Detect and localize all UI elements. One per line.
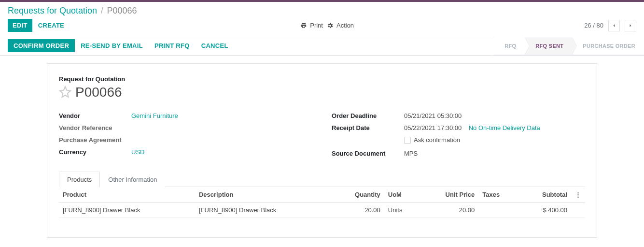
- currency-label: Currency: [59, 148, 131, 156]
- order-deadline-label: Order Deadline: [332, 112, 404, 119]
- confirm-order-button[interactable]: CONFIRM ORDER: [8, 39, 75, 52]
- cell-unit-price: 20.00: [420, 202, 479, 218]
- cell-subtotal: $ 400.00: [518, 202, 571, 218]
- col-product[interactable]: Product: [59, 187, 195, 203]
- sheet-subtitle: Request for Quotation: [59, 75, 585, 83]
- purchase-agreement-label: Purchase Agreement: [59, 136, 131, 144]
- sheet-title-row: P00066: [59, 85, 585, 100]
- col-uom[interactable]: UoM: [384, 187, 420, 203]
- vendor-link[interactable]: Gemini Furniture: [131, 112, 178, 119]
- fields-grid: Vendor Gemini Furniture Vendor Reference…: [59, 110, 585, 160]
- currency-link[interactable]: USD: [131, 148, 144, 156]
- col-taxes[interactable]: Taxes: [478, 187, 518, 203]
- tab-other-info[interactable]: Other Information: [100, 172, 165, 187]
- col-unit-price[interactable]: Unit Price: [420, 187, 479, 203]
- form-sheet: Request for Quotation P00066 Vendor Gemi…: [47, 63, 597, 238]
- create-button[interactable]: CREATE: [32, 19, 70, 32]
- col-kebab: ⋮: [571, 187, 585, 203]
- priority-star[interactable]: [59, 86, 71, 100]
- source-document-label: Source Document: [332, 150, 404, 157]
- breadcrumb-current: P00066: [107, 6, 137, 15]
- kebab-icon[interactable]: ⋮: [575, 191, 581, 198]
- cell-taxes: [478, 202, 518, 218]
- col-quantity[interactable]: Quantity: [331, 187, 384, 203]
- chevron-right-icon: [627, 22, 634, 29]
- cell-description: [FURN_8900] Drawer Black: [195, 202, 331, 218]
- cell-product: [FURN_8900] Drawer Black: [59, 202, 195, 218]
- toolbar: EDIT CREATE Print Action 26 / 80: [0, 16, 644, 36]
- toolbar-center: Print Action: [300, 22, 354, 29]
- checkbox-icon: [404, 137, 411, 144]
- order-lines-table: Product Description Quantity UoM Unit Pr…: [59, 187, 585, 218]
- pager: 26 / 80: [584, 20, 636, 31]
- fields-right: Order Deadline 05/21/2021 05:30:00 Recei…: [332, 110, 585, 160]
- pager-next-button[interactable]: [625, 20, 636, 31]
- ask-confirm-spacer: [332, 136, 404, 145]
- vendor-ref-label: Vendor Reference: [59, 124, 131, 131]
- print-menu[interactable]: Print: [300, 22, 323, 29]
- breadcrumb-root[interactable]: Requests for Quotation: [8, 6, 97, 15]
- status-rfq-sent[interactable]: RFQ SENT: [525, 37, 572, 55]
- status-purchase-order[interactable]: PURCHASE ORDER: [572, 37, 644, 55]
- tab-products[interactable]: Products: [59, 172, 100, 187]
- on-time-delivery-link[interactable]: No On-time Delivery Data: [469, 124, 540, 131]
- receipt-date-label: Receipt Date: [332, 124, 404, 131]
- cancel-button[interactable]: CANCEL: [196, 39, 234, 52]
- print-icon: [300, 22, 307, 29]
- breadcrumb: Requests for Quotation / P00066: [0, 2, 644, 16]
- action-buttons: CONFIRM ORDER RE-SEND BY EMAIL PRINT RFQ…: [0, 36, 242, 55]
- statusbar: RFQ RFQ SENT PURCHASE ORDER: [494, 37, 644, 55]
- action-row: CONFIRM ORDER RE-SEND BY EMAIL PRINT RFQ…: [0, 36, 644, 56]
- edit-button[interactable]: EDIT: [8, 19, 32, 32]
- print-label: Print: [310, 22, 323, 29]
- action-menu[interactable]: Action: [327, 22, 354, 29]
- vendor-label: Vendor: [59, 112, 131, 119]
- source-document-value: MPS: [404, 150, 418, 157]
- ask-confirm-label: Ask confirmation: [414, 136, 460, 144]
- ask-confirmation-checkbox[interactable]: Ask confirmation: [404, 136, 460, 144]
- col-subtotal[interactable]: Subtotal: [518, 187, 571, 203]
- record-name: P00066: [75, 85, 122, 100]
- cell-uom: Units: [384, 202, 420, 218]
- resend-email-button[interactable]: RE-SEND BY EMAIL: [75, 39, 149, 52]
- receipt-date-text: 05/22/2021 17:30:00: [404, 124, 462, 131]
- pager-prev-button[interactable]: [608, 20, 620, 31]
- gear-icon: [327, 22, 334, 29]
- cell-quantity: 20.00: [331, 202, 384, 218]
- col-description[interactable]: Description: [195, 187, 331, 203]
- status-rfq[interactable]: RFQ: [494, 37, 525, 55]
- action-label: Action: [336, 22, 354, 29]
- table-row[interactable]: [FURN_8900] Drawer Black [FURN_8900] Dra…: [59, 202, 585, 218]
- fields-left: Vendor Gemini Furniture Vendor Reference…: [59, 110, 312, 160]
- receipt-date-value: 05/22/2021 17:30:00 No On-time Delivery …: [404, 124, 540, 131]
- tabs: Products Other Information: [59, 171, 585, 187]
- print-rfq-button[interactable]: PRINT RFQ: [149, 39, 196, 52]
- chevron-left-icon: [611, 22, 617, 29]
- pager-text: 26 / 80: [584, 22, 603, 29]
- order-deadline-value: 05/21/2021 05:30:00: [404, 112, 462, 119]
- breadcrumb-separator: /: [101, 6, 103, 15]
